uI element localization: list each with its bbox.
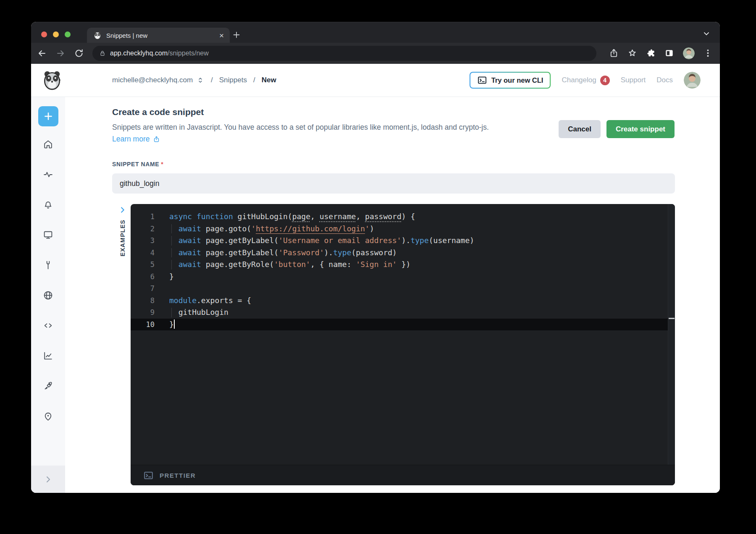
breadcrumb-snippets[interactable]: Snippets	[219, 76, 247, 84]
code-line[interactable]: 8module.exports = {	[131, 295, 675, 307]
plus-icon	[43, 111, 54, 122]
terminal-icon	[143, 470, 154, 481]
prettier-label: PRETTIER	[160, 472, 196, 479]
kebab-menu-icon[interactable]	[703, 48, 713, 58]
code-line[interactable]: 10}	[131, 319, 675, 331]
code-line[interactable]: 1async function gitHubLogin(page, userna…	[131, 211, 675, 223]
monitor-icon	[43, 230, 53, 240]
cursor-position-marker	[669, 318, 675, 319]
code-editor[interactable]: 1async function gitHubLogin(page, userna…	[131, 204, 675, 485]
create-new-button[interactable]	[38, 106, 58, 126]
examples-panel-toggle: EXAMPLES	[117, 205, 129, 257]
extensions-icon[interactable]	[646, 48, 656, 58]
wrench-icon	[43, 260, 53, 270]
user-avatar[interactable]	[684, 72, 701, 89]
cancel-button[interactable]: Cancel	[559, 120, 601, 138]
line-number: 7	[131, 283, 155, 295]
lock-icon	[99, 50, 106, 57]
line-number: 4	[131, 247, 155, 259]
code-line[interactable]: 3 await page.getByLabel('Username or ema…	[131, 235, 675, 247]
sidebar-item-alerts[interactable]	[43, 199, 53, 210]
code-icon	[43, 320, 53, 331]
close-window-button[interactable]	[41, 31, 47, 37]
tab-search-icon[interactable]	[702, 29, 711, 38]
breadcrumb: michelle@checklyhq.com / Snippets / New	[112, 64, 276, 97]
line-number: 8	[131, 295, 155, 307]
sidebar-item-quickstart[interactable]	[43, 381, 53, 391]
breadcrumb-separator: /	[253, 76, 255, 84]
chart-icon	[43, 351, 53, 361]
code-line[interactable]: 5 await page.getByRole('button', { name:…	[131, 259, 675, 271]
raccoon-favicon	[93, 31, 102, 40]
snippet-name-input[interactable]	[112, 173, 675, 194]
code-lines: 1async function gitHubLogin(page, userna…	[131, 204, 675, 465]
editor-overview-ruler[interactable]	[668, 204, 675, 465]
checkly-logo[interactable]	[42, 70, 63, 91]
sidebar	[31, 97, 65, 493]
sidebar-expand-button[interactable]	[31, 466, 65, 493]
examples-label[interactable]: EXAMPLES	[119, 220, 126, 257]
minimize-window-button[interactable]	[53, 31, 59, 37]
forward-icon[interactable]	[55, 48, 66, 58]
line-number: 6	[131, 271, 155, 283]
try-cli-button[interactable]: Try our new CLI	[470, 72, 551, 89]
account-switcher[interactable]: michelle@checklyhq.com	[112, 76, 205, 84]
main-content: Create a code snippet Snippets are writt…	[65, 97, 720, 493]
zoom-window-button[interactable]	[65, 31, 71, 37]
page-title: Create a code snippet	[112, 107, 204, 117]
new-tab-icon[interactable]	[232, 30, 241, 39]
globe-icon	[43, 290, 53, 301]
browser-tab[interactable]: Snippets | new ×	[87, 28, 230, 43]
nav-docs[interactable]: Docs	[656, 76, 673, 84]
account-email: michelle@checklyhq.com	[112, 76, 193, 84]
code-line[interactable]: 2 await page.goto('https://github.com/lo…	[131, 223, 675, 235]
breadcrumb-new: New	[262, 76, 276, 84]
reload-icon[interactable]	[74, 48, 84, 58]
sidebar-item-locations[interactable]	[43, 411, 53, 421]
app-header: michelle@checklyhq.com / Snippets / New …	[31, 64, 720, 97]
code-line[interactable]: 6}	[131, 271, 675, 283]
traffic-lights	[41, 31, 71, 37]
breadcrumb-separator: /	[211, 76, 213, 84]
form-actions: Cancel Create snippet	[559, 120, 675, 138]
sidebar-item-snippets[interactable]	[43, 320, 53, 331]
code-line[interactable]: 4 await page.getByLabel('Password').type…	[131, 247, 675, 259]
learn-more-link[interactable]: Learn more	[112, 135, 160, 144]
browser-profile-avatar[interactable]	[683, 47, 695, 59]
terminal-icon	[477, 75, 487, 85]
sidebar-item-checks[interactable]	[43, 169, 53, 180]
url-bar[interactable]: app.checklyhq.com/snippets/new	[92, 46, 596, 61]
rocket-icon	[43, 381, 53, 391]
tab-strip: Snippets | new ×	[31, 22, 720, 43]
line-number: 9	[131, 306, 155, 319]
sidebar-item-maintenance[interactable]	[43, 260, 53, 270]
sidebar-item-private-locations[interactable]	[43, 290, 53, 301]
back-icon[interactable]	[37, 48, 47, 58]
code-line[interactable]: 9 gitHubLogin	[131, 306, 675, 319]
create-snippet-button[interactable]: Create snippet	[606, 120, 675, 138]
header-right: Try our new CLI Changelog 4 Support Docs	[470, 64, 701, 97]
line-number: 1	[131, 211, 155, 223]
page-description: Snippets are written in Javascript. You …	[112, 123, 489, 132]
nav-support[interactable]: Support	[621, 76, 646, 84]
chevron-right-icon[interactable]	[118, 205, 127, 215]
sidebar-item-analytics[interactable]	[43, 351, 53, 361]
external-link-icon	[153, 136, 160, 143]
snippet-name-label: SNIPPET NAME*	[112, 161, 163, 168]
sidebar-item-home[interactable]	[43, 139, 53, 149]
map-pin-icon	[43, 411, 53, 421]
toolbar-right	[609, 47, 713, 59]
share-icon[interactable]	[609, 48, 619, 58]
line-number: 2	[131, 223, 155, 235]
url-path: /snippets/new	[168, 50, 209, 57]
close-icon[interactable]: ×	[219, 31, 224, 39]
sidebar-item-dashboards[interactable]	[43, 230, 53, 240]
side-panel-icon[interactable]	[664, 48, 675, 58]
code-line[interactable]: 7	[131, 283, 675, 295]
line-number: 3	[131, 235, 155, 247]
account-switcher-icon	[196, 76, 205, 84]
line-number: 5	[131, 259, 155, 271]
text-cursor	[174, 319, 175, 329]
nav-changelog[interactable]: Changelog 4	[562, 76, 609, 85]
star-icon[interactable]	[627, 48, 638, 58]
